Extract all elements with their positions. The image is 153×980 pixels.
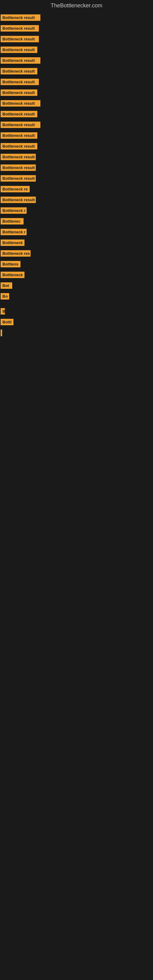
bar-row-29: Bottl: [0, 316, 153, 326]
bar-label-16: Bottleneck re: [1, 186, 30, 192]
bar-row-25: Bot: [0, 279, 153, 290]
bar-label-25: Bot: [1, 282, 12, 289]
bar-row-5: Bottleneck result: [0, 65, 153, 76]
bar-row-6: Bottleneck result: [0, 76, 153, 86]
bar-row-10: Bottleneck result: [0, 119, 153, 129]
bar-label-9: Bottleneck result: [1, 111, 37, 117]
bar-label-12: Bottleneck result: [1, 143, 37, 150]
site-title-bar: TheBottlenecker.com: [0, 0, 153, 11]
bar-label-3: Bottleneck result: [1, 46, 37, 53]
bar-row-8: Bottleneck result: [0, 97, 153, 108]
bar-row-18: Bottleneck r: [0, 204, 153, 215]
bar-row-1: Bottleneck result: [0, 22, 153, 33]
bar-label-14: Bottleneck result: [1, 164, 36, 171]
bar-row-30: [0, 326, 153, 337]
bar-label-10: Bottleneck result: [1, 122, 40, 128]
bar-label-8: Bottleneck result: [1, 100, 40, 107]
bar-label-15: Bottleneck result: [1, 175, 36, 181]
bar-row-16: Bottleneck re: [0, 183, 153, 194]
bar-label-23: Bottlens: [1, 261, 21, 267]
bar-extension-30: [1, 329, 2, 336]
bar-row-9: Bottleneck result: [0, 108, 153, 119]
bar-row-17: Bottleneck result: [0, 194, 153, 204]
bar-row-12: Bottleneck result: [0, 140, 153, 151]
bar-row-24: Bottleneck: [0, 269, 153, 279]
bar-label-22: Bottleneck res: [1, 250, 30, 257]
bar-label-28: B: [1, 308, 5, 315]
bar-row-0: Bottleneck result: [0, 11, 153, 22]
bar-row-3: Bottleneck result: [0, 43, 153, 54]
bar-row-7: Bottleneck result: [0, 86, 153, 97]
bar-row-14: Bottleneck result: [0, 161, 153, 172]
bar-row-4: Bottleneck result: [0, 54, 153, 65]
bar-label-2: Bottleneck result: [1, 36, 39, 42]
bar-label-19: Bottlenec: [1, 218, 24, 224]
bar-label-13: Bottleneck result: [1, 154, 36, 160]
bar-label-29: Bottl: [1, 319, 13, 325]
bar-label-5: Bottleneck result: [1, 68, 37, 75]
bar-label-17: Bottleneck result: [1, 197, 36, 203]
bar-row-28: B: [0, 305, 153, 316]
bar-row-26: Bo: [0, 290, 153, 301]
bar-label-4: Bottleneck result: [1, 57, 40, 64]
bar-label-21: Bottleneck: [1, 240, 24, 246]
bar-row-2: Bottleneck result: [0, 33, 153, 43]
bar-label-1: Bottleneck result: [1, 25, 39, 32]
bar-row-20: Bottleneck r: [0, 226, 153, 236]
bar-row-19: Bottlenec: [0, 215, 153, 226]
bar-label-20: Bottleneck r: [1, 229, 27, 235]
bar-label-0: Bottleneck result: [1, 14, 40, 21]
bar-row-13: Bottleneck result: [0, 151, 153, 161]
bars-container: Bottleneck resultBottleneck resultBottle…: [0, 11, 153, 337]
bar-row-21: Bottleneck: [0, 236, 153, 247]
bar-row-11: Bottleneck result: [0, 129, 153, 140]
bar-label-11: Bottleneck result: [1, 132, 37, 139]
bar-label-6: Bottleneck result: [1, 79, 39, 85]
bar-label-18: Bottleneck r: [1, 207, 27, 214]
bar-label-24: Bottleneck: [1, 272, 24, 278]
bar-row-27: [0, 301, 153, 305]
bar-label-26: Bo: [1, 293, 9, 299]
bar-row-22: Bottleneck res: [0, 247, 153, 258]
bar-label-7: Bottleneck result: [1, 89, 37, 96]
site-title: TheBottlenecker.com: [0, 0, 153, 11]
bar-row-23: Bottlens: [0, 258, 153, 269]
bar-row-15: Bottleneck result: [0, 172, 153, 183]
